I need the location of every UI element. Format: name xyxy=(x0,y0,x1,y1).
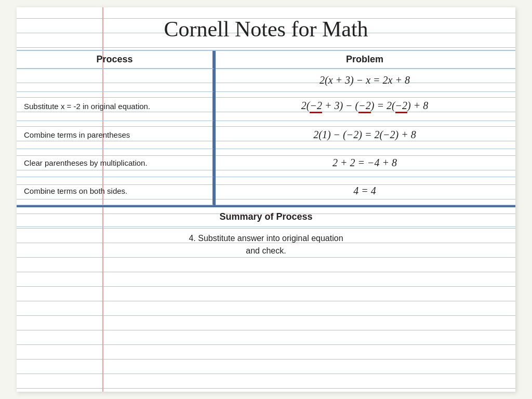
process-cell-3: Combine terms in parentheses xyxy=(17,121,214,149)
page-content: Cornell Notes for Math Process Substitut… xyxy=(17,7,515,261)
summary-header: Summary of Process xyxy=(17,207,515,227)
problem-header: Problem xyxy=(214,51,515,69)
problem-cell-3: 2(1) − (−2) = 2(−2) + 8 xyxy=(214,121,515,149)
process-text-5: Combine terms on both sides. xyxy=(24,187,127,195)
summary-line-2: and check. xyxy=(246,246,286,255)
page-title: Cornell Notes for Math xyxy=(17,12,515,50)
summary-section: Summary of Process 4. Substitute answer … xyxy=(17,205,515,261)
summary-line-1: 4. Substitute answer into original equat… xyxy=(189,234,343,243)
process-text-2: Substitute x = -2 in original equation. xyxy=(24,102,150,111)
clear-equation: 2 + 2 = −4 + 8 xyxy=(332,157,397,169)
summary-content: 4. Substitute answer into original equat… xyxy=(17,227,515,261)
combine-equation: 2(1) − (−2) = 2(−2) + 8 xyxy=(313,129,416,141)
vertical-divider xyxy=(214,51,216,205)
process-header: Process xyxy=(17,51,214,69)
process-column: Process Substitute x = -2 in original eq… xyxy=(17,51,214,205)
process-cell-1 xyxy=(17,69,214,92)
problem-cell-4: 2 + 2 = −4 + 8 xyxy=(214,149,515,177)
process-cell-2: Substitute x = -2 in original equation. xyxy=(17,92,214,121)
process-cell-4: Clear parentheses by multiplication. xyxy=(17,149,214,177)
process-text-3: Combine terms in parentheses xyxy=(24,130,130,139)
problem-cell-2: 2(−2 + 3) − (−2) = 2(−2) + 8 xyxy=(214,92,515,121)
process-cell-5: Combine terms on both sides. xyxy=(17,177,214,205)
main-content-area: Process Substitute x = -2 in original eq… xyxy=(17,50,515,205)
problem-cell-5: 4 = 4 xyxy=(214,177,515,205)
problem-cell-1: 2(x + 3) − x = 2x + 8 xyxy=(214,69,515,92)
page: Cornell Notes for Math Process Substitut… xyxy=(17,7,515,392)
process-text-4: Clear parentheses by multiplication. xyxy=(24,158,148,167)
substitute-equation: 2(−2 + 3) − (−2) = 2(−2) + 8 xyxy=(301,100,428,113)
problem-column: Problem 2(x + 3) − x = 2x + 8 2(−2 + 3) … xyxy=(214,51,515,205)
final-equation: 4 = 4 xyxy=(353,185,376,197)
main-equation: 2(x + 3) − x = 2x + 8 xyxy=(320,74,410,86)
